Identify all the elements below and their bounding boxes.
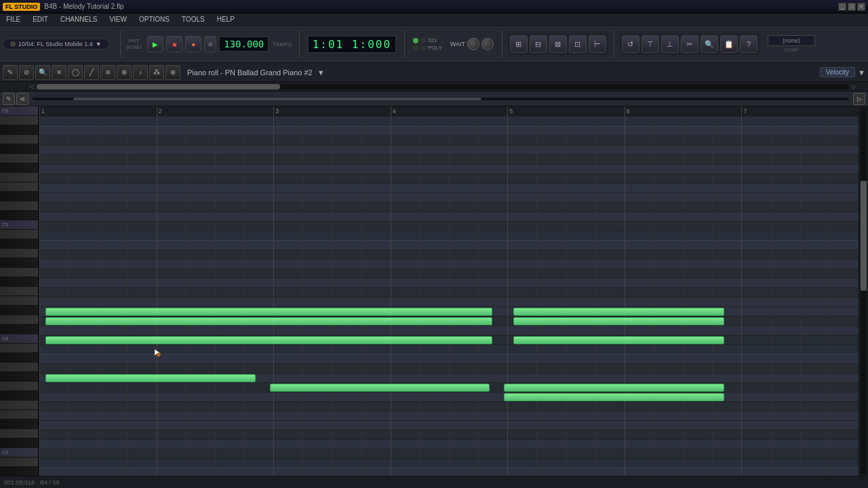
menu-channels[interactable]: CHANNELS [58, 15, 99, 24]
v-scroll-thumb[interactable] [861, 181, 867, 291]
select-small[interactable]: ⊲ [16, 93, 28, 105]
piano-key-B4[interactable] [0, 230, 38, 239]
pattern-icon[interactable]: ⊥ [661, 35, 679, 53]
v-scroll-track[interactable] [861, 108, 867, 474]
master-vol-knob[interactable] [467, 38, 479, 50]
piano-key-D#4[interactable] [0, 306, 38, 315]
piano-key-C3[interactable]: C3 [0, 448, 38, 458]
stop-button[interactable]: ■ [166, 36, 182, 52]
slide-tool[interactable]: ╱ [84, 65, 99, 80]
note-1[interactable] [45, 317, 492, 325]
piano-key-F3[interactable] [0, 401, 38, 410]
pattern-button[interactable]: ⊙ [204, 36, 216, 52]
mini-scrollbar[interactable] [33, 98, 849, 100]
piano-key-G#5[interactable] [0, 144, 38, 154]
note-9[interactable] [504, 393, 724, 401]
menu-help[interactable]: HELP [215, 15, 237, 24]
note-3[interactable] [513, 308, 724, 316]
piano-key-G#3[interactable] [0, 372, 38, 382]
note-2[interactable] [45, 336, 492, 344]
menu-edit[interactable]: EDIT [31, 15, 50, 24]
snap-selector[interactable]: (none) [768, 35, 815, 46]
step-seq-icon[interactable]: ⊟ [530, 35, 547, 53]
piano-key-E4[interactable] [0, 296, 38, 306]
mobile-dropdown-icon[interactable]: ▼ [96, 41, 102, 47]
piano-key-A#5[interactable] [0, 125, 38, 135]
grid-canvas[interactable] [39, 117, 859, 476]
piano-key-F4[interactable] [0, 287, 38, 296]
scroll-end-btn[interactable]: ▷ [853, 93, 865, 105]
strum-tool[interactable]: ♪ [133, 65, 148, 80]
piano-key-D3[interactable] [0, 429, 38, 439]
zoom-tool[interactable]: 🔍 [35, 65, 50, 80]
menu-view[interactable]: VIEW [107, 15, 129, 24]
piano-key-A#3[interactable] [0, 353, 38, 363]
browser-icon[interactable]: ⊡ [569, 35, 587, 53]
velocity-button[interactable]: Velocity [820, 67, 855, 77]
zoom-icon[interactable]: 🔍 [701, 35, 718, 53]
delete-tool[interactable]: ✕ [52, 65, 66, 80]
chord-tool[interactable]: ⊕ [117, 65, 132, 80]
piano-key-G5[interactable] [0, 154, 38, 163]
menu-file[interactable]: FILE [4, 15, 22, 24]
scroll-right-arrow[interactable]: ▷ [850, 83, 859, 89]
piano-key-E3[interactable] [0, 410, 38, 420]
piano-key-C#4[interactable] [0, 325, 38, 334]
piano-key-D#5[interactable] [0, 192, 38, 201]
menu-options[interactable]: OPTIONS [137, 15, 172, 24]
piano-key-C5[interactable]: C5 [0, 220, 38, 230]
record-button[interactable]: ● [185, 36, 201, 52]
pencil-small[interactable]: ✎ [3, 93, 15, 105]
side-scrollbar[interactable] [859, 106, 868, 476]
piano-key-A5[interactable] [0, 135, 38, 144]
select-tool[interactable]: ⊘ [19, 65, 34, 80]
piano-key-E5[interactable] [0, 182, 38, 192]
note-0[interactable] [45, 308, 492, 316]
piano-key-C4[interactable]: C4 [0, 334, 38, 344]
bpm-display[interactable]: 130.000 [219, 37, 269, 52]
piano-key-G3[interactable] [0, 382, 38, 391]
channel-rack-icon[interactable]: ⊤ [642, 35, 659, 53]
help-icon[interactable]: ? [740, 35, 757, 53]
piano-key-C6[interactable]: C6 [0, 106, 38, 116]
piano-key-G#4[interactable] [0, 258, 38, 268]
velocity-dropdown[interactable]: ▼ [858, 68, 865, 77]
piano-key-F#5[interactable] [0, 163, 38, 173]
menu-tools[interactable]: TOOLS [180, 15, 207, 24]
piano-key-F#4[interactable] [0, 277, 38, 287]
note-4[interactable] [513, 317, 724, 325]
piano-key-A#4[interactable] [0, 239, 38, 249]
piano-key-A#2[interactable] [0, 467, 38, 476]
note-5[interactable] [513, 336, 724, 344]
minimize-button[interactable]: _ [838, 3, 846, 11]
piano-key-G4[interactable] [0, 268, 38, 277]
piano-key-F#3[interactable] [0, 391, 38, 401]
piano-key-C#5[interactable] [0, 211, 38, 220]
note-8[interactable] [504, 384, 724, 392]
piano-key-D4[interactable] [0, 315, 38, 325]
piano-key-D5[interactable] [0, 201, 38, 211]
mute-tool[interactable]: ◯ [68, 65, 83, 80]
piano-key-B2[interactable] [0, 458, 38, 467]
piano-key-A3[interactable] [0, 363, 38, 372]
arp-tool[interactable]: ≋ [100, 65, 115, 80]
mixer-icon[interactable]: ⊞ [510, 35, 528, 53]
note-7[interactable] [270, 384, 490, 392]
scroll-track-h[interactable] [37, 84, 849, 89]
piano-roll-icon[interactable]: ⊠ [549, 35, 567, 53]
copy-icon[interactable]: 📋 [720, 35, 738, 53]
pencil-tool[interactable]: ✎ [3, 65, 18, 80]
plugin-icon[interactable]: ⊢ [589, 35, 606, 53]
grid-area[interactable]: 1234567 [39, 106, 859, 476]
cut-icon[interactable]: ✂ [681, 35, 698, 53]
randomize-tool[interactable]: ⁂ [149, 65, 164, 80]
scroll-left-arrow[interactable]: ◁ [27, 83, 35, 89]
piano-key-B5[interactable] [0, 116, 38, 125]
scroll-thumb-h[interactable] [37, 84, 280, 89]
flam-tool[interactable]: ⊗ [165, 65, 180, 80]
piano-roll-arrow[interactable]: ▼ [317, 68, 325, 77]
piano-key-B3[interactable] [0, 344, 38, 353]
piano-key-A4[interactable] [0, 249, 38, 258]
piano-key-D#3[interactable] [0, 420, 38, 429]
piano-key-C#3[interactable] [0, 439, 38, 448]
